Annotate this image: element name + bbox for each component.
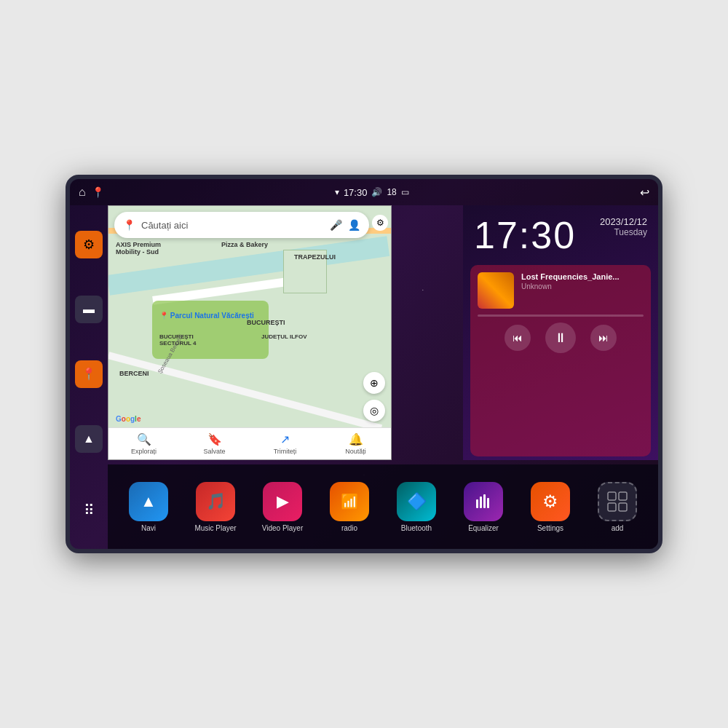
svg-rect-7 <box>619 503 627 511</box>
radio-icon: 📶 <box>330 482 369 521</box>
app-grid: ▲ Navi 🎵 Music Player ▶ Video Player 📶 <box>108 464 658 549</box>
status-bar: ⌂ 📍 ▾ 17:30 🔊 18 ▭ ↩ <box>70 179 658 205</box>
music-artist: Unknown <box>521 282 644 290</box>
map-tabs: 🔍 Explorați 🔖 Salvate ↗ Trimiteți 🔔 Nout… <box>108 427 391 459</box>
map-label-pizza: Pizza & Bakery <box>221 241 268 248</box>
settings-app-label: Settings <box>537 524 563 532</box>
map-area[interactable]: AXIS PremiumMobility - Sud Pizza & Baker… <box>108 205 392 460</box>
album-art-image <box>478 272 514 309</box>
sidebar-item-settings[interactable]: ⚙ <box>75 231 103 258</box>
svg-rect-2 <box>483 494 486 508</box>
saved-label: Salvate <box>203 448 225 455</box>
map-star-button[interactable]: ⊕ <box>363 372 385 394</box>
status-right: ↩ <box>640 186 649 199</box>
battery-icon: ▭ <box>401 187 409 197</box>
app-item-equalizer[interactable]: Equalizer <box>459 482 507 532</box>
clock-date-value: 2023/12/12 <box>600 216 647 227</box>
map-road-tertiary <box>108 352 382 432</box>
music-player-icon: 🎵 <box>196 482 235 521</box>
svg-rect-4 <box>608 492 616 500</box>
map-label-jud: JUDEȚUL ILFOV <box>261 333 307 340</box>
settings-map-icon: ⚙ <box>376 218 384 228</box>
maps-status-icon[interactable]: 📍 <box>92 186 104 198</box>
map-background: AXIS PremiumMobility - Sud Pizza & Baker… <box>108 206 391 459</box>
app-item-music-player[interactable]: 🎵 Music Player <box>191 482 240 532</box>
next-button[interactable]: ⏭ <box>590 325 617 351</box>
settings-app-icon: ⚙ <box>531 482 570 521</box>
map-poi-parc: 📍 Parcul Natural Văcărești <box>159 312 254 320</box>
clock-day: Tuesday <box>600 227 647 237</box>
map-search-bar[interactable]: 📍 Căutați aici 🎤 👤 <box>114 212 369 238</box>
wifi-icon: ▾ <box>335 187 339 197</box>
star-icon: ⊕ <box>370 377 379 389</box>
navi-label: Navi <box>141 524 156 532</box>
add-label: add <box>612 524 624 532</box>
location-icon: 📍 <box>82 367 96 381</box>
map-locate-button[interactable]: ◎ <box>363 400 385 422</box>
video-player-label: Video Player <box>262 524 304 532</box>
right-panel: 17:30 2023/12/12 Tuesday Lost Frequencie… <box>463 205 658 460</box>
status-center: ▾ 17:30 🔊 18 ▭ <box>335 187 409 198</box>
mic-icon[interactable]: 🎤 <box>330 219 342 231</box>
album-art <box>478 272 514 309</box>
add-icon <box>598 482 637 521</box>
music-text: Lost Frequencies_Janie... Unknown <box>521 272 644 290</box>
equalizer-label: Equalizer <box>468 524 499 532</box>
svg-rect-1 <box>480 496 482 508</box>
saved-icon: 🔖 <box>207 432 222 446</box>
svg-rect-5 <box>619 492 627 500</box>
share-icon: ↗ <box>280 432 290 446</box>
next-icon: ⏭ <box>598 332 609 344</box>
device-frame: ⌂ 📍 ▾ 17:30 🔊 18 ▭ ↩ ⚙ ▬ 📍 <box>66 175 662 553</box>
sidebar-item-navigation[interactable]: ▲ <box>75 425 103 453</box>
music-card: Lost Frequencies_Janie... Unknown ⏮ ⏸ ⏭ <box>470 265 651 456</box>
explore-label: Explorați <box>131 448 157 455</box>
share-label: Trimiteți <box>274 448 297 455</box>
app-item-add[interactable]: add <box>593 482 641 532</box>
map-label-berceni: BERCENI <box>119 370 149 377</box>
clock-area: 17:30 2023/12/12 Tuesday <box>463 205 658 261</box>
map-tab-news[interactable]: 🔔 Noutăți <box>320 428 391 459</box>
news-label: Noutăți <box>345 448 366 455</box>
music-controls: ⏮ ⏸ ⏭ <box>478 323 644 353</box>
sidebar-item-files[interactable]: ▬ <box>75 296 103 323</box>
app-item-radio[interactable]: 📶 radio <box>325 482 373 532</box>
prev-button[interactable]: ⏮ <box>505 325 531 351</box>
screen: ⌂ 📍 ▾ 17:30 🔊 18 ▭ ↩ ⚙ ▬ 📍 <box>70 179 658 549</box>
svg-rect-3 <box>487 498 489 508</box>
svg-rect-6 <box>608 503 616 511</box>
back-icon[interactable]: ↩ <box>640 186 649 199</box>
account-icon[interactable]: 👤 <box>348 219 360 231</box>
sidebar-item-location[interactable]: 📍 <box>75 360 103 388</box>
map-tab-explore[interactable]: 🔍 Explorați <box>108 428 179 459</box>
clock-date: 2023/12/12 Tuesday <box>600 216 647 237</box>
files-icon: ▬ <box>83 303 95 316</box>
navi-icon: ▲ <box>129 482 168 521</box>
home-icon[interactable]: ⌂ <box>79 186 86 199</box>
add-svg <box>606 491 628 513</box>
bluetooth-label: Bluetooth <box>401 524 432 532</box>
app-item-navi[interactable]: ▲ Navi <box>124 482 173 532</box>
video-player-icon: ▶ <box>263 482 302 521</box>
clock-time: 17:30 <box>474 216 576 254</box>
app-item-settings[interactable]: ⚙ Settings <box>526 482 574 532</box>
pause-button[interactable]: ⏸ <box>545 323 576 353</box>
map-tab-share[interactable]: ↗ Trimiteți <box>250 428 320 459</box>
status-time: 17:30 <box>344 187 368 198</box>
equalizer-svg <box>474 492 493 511</box>
volume-icon: 🔊 <box>371 187 382 197</box>
app-item-bluetooth[interactable]: 🔷 Bluetooth <box>392 482 440 532</box>
map-settings-button[interactable]: ⚙ <box>372 215 388 231</box>
battery-level: 18 <box>387 187 396 197</box>
bluetooth-icon: 🔷 <box>397 482 436 521</box>
map-label-buc: BUCUREȘTI <box>247 319 285 326</box>
search-placeholder: Căutați aici <box>141 220 324 231</box>
map-label-axis: AXIS PremiumMobility - Sud <box>116 241 161 256</box>
app-item-video-player[interactable]: ▶ Video Player <box>258 482 306 532</box>
map-tab-saved[interactable]: 🔖 Salvate <box>179 428 250 459</box>
maps-logo-icon: 📍 <box>123 219 135 231</box>
news-icon: 🔔 <box>349 432 363 446</box>
prev-icon: ⏮ <box>513 332 523 344</box>
sidebar-grid-button[interactable]: ⠿ <box>76 497 102 523</box>
music-progress-bar[interactable] <box>478 314 644 317</box>
